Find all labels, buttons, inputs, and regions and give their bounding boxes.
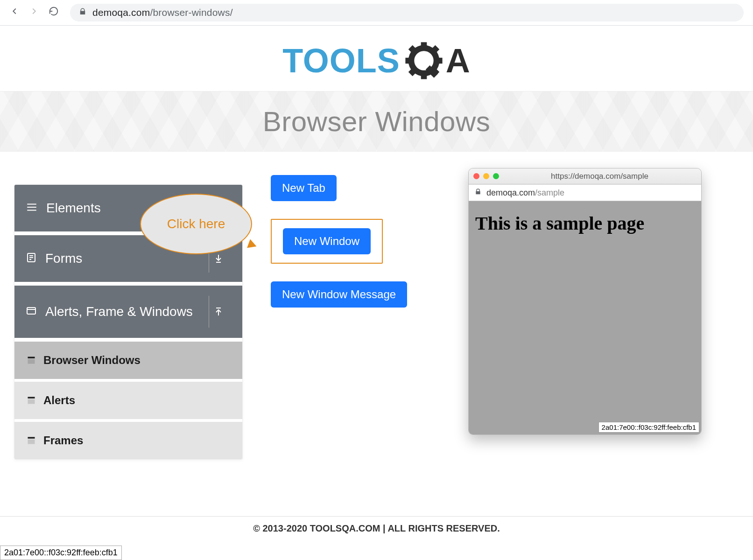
minimize-icon[interactable]	[483, 173, 489, 179]
logo-text-tools: TOOLS	[282, 42, 400, 80]
callout-click-here: Click here	[140, 194, 252, 254]
main-content: New Tab New Window New Window Message	[271, 170, 407, 325]
menu-icon	[26, 201, 38, 215]
window-icon	[26, 305, 37, 318]
popup-title: https://demoqa.com/sample	[503, 172, 697, 181]
popup-address-bar[interactable]: demoqa.com/sample	[469, 184, 701, 201]
address-bar-url: demoqa.com/browser-windows/	[92, 7, 233, 18]
svg-line-5	[410, 47, 415, 51]
sidebar-item-alerts[interactable]: Alerts	[14, 382, 242, 422]
popup-titlebar[interactable]: https://demoqa.com/sample	[469, 168, 701, 184]
sidebar-item-label: Frames	[43, 434, 83, 447]
forward-icon[interactable]	[29, 6, 39, 19]
sidebar-item-label: Browser Windows	[43, 354, 141, 367]
chevron-up-icon	[209, 296, 231, 327]
popup-ip-status: 2a01:7e00::f03c:92ff:feeb:cfb1	[598, 422, 699, 433]
back-icon[interactable]	[9, 6, 20, 19]
new-window-message-button[interactable]: New Window Message	[271, 281, 407, 308]
reload-icon[interactable]	[49, 6, 59, 19]
svg-line-8	[433, 47, 437, 51]
browser-toolbar: demoqa.com/browser-windows/	[0, 0, 753, 26]
popup-url: demoqa.com/sample	[486, 188, 564, 198]
site-logo[interactable]: TOOLS	[0, 26, 753, 91]
svg-rect-19	[27, 308, 35, 314]
sidebar-item-browser-windows[interactable]: Browser Windows	[14, 342, 242, 382]
address-bar[interactable]: demoqa.com/browser-windows/	[70, 4, 744, 21]
page-banner: Browser Windows	[0, 91, 753, 152]
sidebar-group-alerts-frames-windows[interactable]: Alerts, Frame & Windows	[14, 286, 242, 342]
sidebar-item-label: Alerts	[43, 394, 75, 407]
footer-text: © 2013-2020 TOOLSQA.COM | ALL RIGHTS RES…	[253, 523, 500, 533]
logo-text-a: A	[446, 42, 471, 80]
lock-icon	[474, 188, 482, 198]
popup-heading: This is a sample page	[475, 212, 695, 234]
new-tab-button[interactable]: New Tab	[271, 175, 337, 201]
sidebar-item-frames[interactable]: Frames	[14, 422, 242, 459]
lock-icon	[78, 7, 87, 19]
status-bar-ip: 2a01:7e00::f03c:92ff:feeb:cfb1	[0, 546, 122, 560]
maximize-icon[interactable]	[493, 173, 499, 179]
popup-window[interactable]: https://demoqa.com/sample demoqa.com/sam…	[468, 168, 702, 435]
close-icon[interactable]	[473, 173, 479, 179]
new-window-highlight: New Window	[271, 219, 383, 264]
gear-icon	[403, 40, 445, 82]
new-window-button[interactable]: New Window	[283, 228, 371, 254]
callout-text: Click here	[167, 217, 225, 231]
page-footer: © 2013-2020 TOOLSQA.COM | ALL RIGHTS RES…	[0, 516, 753, 540]
popup-body: This is a sample page 2a01:7e00::f03c:92…	[469, 201, 701, 434]
svg-line-7	[410, 70, 415, 74]
page-title: Browser Windows	[263, 105, 491, 138]
form-icon	[26, 252, 37, 265]
sidebar-group-label: Alerts, Frame & Windows	[45, 304, 209, 320]
